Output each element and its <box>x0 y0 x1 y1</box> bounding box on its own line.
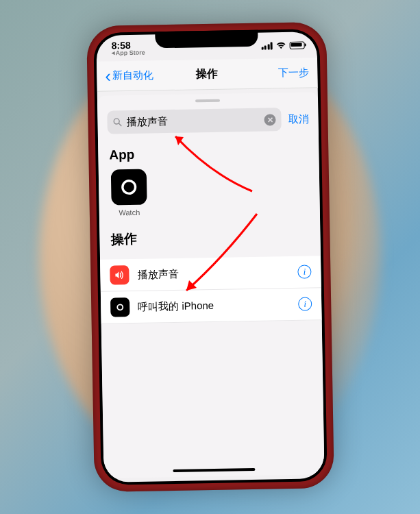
watch-app-icon <box>110 169 147 206</box>
cancel-search-button[interactable]: 取消 <box>288 112 308 126</box>
watch-icon <box>110 297 129 317</box>
svg-point-0 <box>114 119 119 124</box>
actions-list: 播放声音 i 呼叫我的 iPhone i <box>100 256 322 324</box>
section-header-app: App <box>97 130 319 170</box>
svg-rect-2 <box>122 181 135 194</box>
status-back-to-app[interactable]: App Store <box>111 49 145 56</box>
info-button[interactable]: i <box>298 297 312 310</box>
navigation-bar: 新自动化 操作 下一步 <box>96 58 317 92</box>
cellular-signal-icon <box>261 42 273 49</box>
app-item-watch[interactable]: Watch <box>109 169 148 217</box>
app-grid: Watch <box>98 166 319 217</box>
action-play-sound[interactable]: 播放声音 i <box>100 256 321 292</box>
page-title: 操作 <box>196 67 218 82</box>
search-icon <box>112 117 122 127</box>
svg-rect-3 <box>117 304 123 310</box>
action-label: 呼叫我的 iPhone <box>138 297 290 313</box>
next-button[interactable]: 下一步 <box>278 66 309 79</box>
back-button[interactable]: 新自动化 <box>105 69 153 84</box>
section-header-actions: 操作 <box>99 213 320 256</box>
info-button[interactable]: i <box>297 265 311 278</box>
wifi-icon <box>275 42 286 49</box>
action-sheet: 播放声音 ✕ 取消 App Watch 操作 <box>97 92 324 478</box>
clear-search-button[interactable]: ✕ <box>264 114 275 125</box>
sheet-grabber[interactable] <box>195 99 219 103</box>
app-label: Watch <box>119 208 140 217</box>
home-indicator[interactable] <box>173 468 255 472</box>
notch <box>155 30 258 49</box>
speaker-icon <box>110 265 129 284</box>
svg-line-1 <box>119 123 121 126</box>
action-label: 播放声音 <box>137 265 289 281</box>
phone-frame: 8:58 App Store 新自动化 操作 下一步 <box>86 22 334 492</box>
status-time: 8:58 <box>111 40 145 50</box>
battery-icon <box>289 41 304 49</box>
search-value: 播放声音 <box>126 113 260 128</box>
action-ping-iphone[interactable]: 呼叫我的 iPhone i <box>100 288 321 324</box>
screen: 8:58 App Store 新自动化 操作 下一步 <box>96 32 324 482</box>
search-input[interactable]: 播放声音 ✕ <box>107 108 282 134</box>
